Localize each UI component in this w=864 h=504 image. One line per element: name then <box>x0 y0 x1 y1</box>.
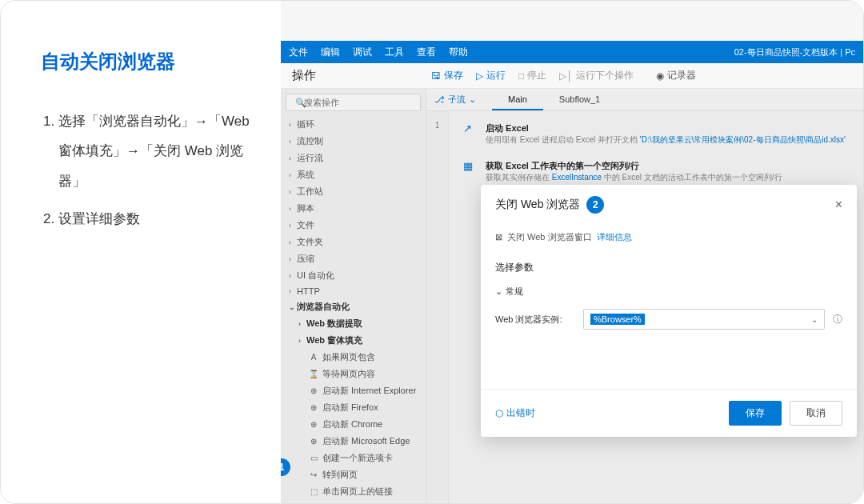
run-next-button[interactable]: ▷│运行下个操作 <box>553 69 640 82</box>
stop-icon: □ <box>518 70 524 82</box>
menu-view[interactable]: 查看 <box>417 46 436 59</box>
browser-instance-dropdown[interactable]: %Browser% ⌄ <box>583 309 825 330</box>
cancel-button[interactable]: 取消 <box>790 401 842 426</box>
save-icon: 🖫 <box>431 70 441 82</box>
instruction-steps: 选择「浏览器自动化」→「Web 窗体填充」→「关闭 Web 浏览器」 设置详细参… <box>41 106 257 234</box>
info-icon[interactable]: ⓘ <box>833 313 842 326</box>
dropdown-value: %Browser% <box>590 314 645 325</box>
dialog-title: 关闭 Web 浏览器 <box>495 198 580 212</box>
flow-center: ⎇子流 ⌄ Main Subflow_1 1 ↗ 启动 Excel <box>426 89 863 503</box>
close-browser-dialog: 关闭 Web 浏览器 2 × ⊠ 关闭 Web 浏览器窗口 详细信息 选择参数 … <box>481 185 857 437</box>
save-button[interactable]: 🖫保存 <box>425 69 470 82</box>
menu-debug[interactable]: 调试 <box>353 46 372 59</box>
dialog-info-text: 关闭 Web 浏览器窗口 <box>507 231 592 243</box>
app-screenshot: 文件 编辑 调试 工具 查看 帮助 02-每日商品快照-文档版本 | Pc 操作… <box>281 1 863 503</box>
collapse-general[interactable]: ⌄常规 <box>495 286 842 298</box>
menu-file[interactable]: 文件 <box>289 46 308 59</box>
chevron-down-icon: ⌄ <box>811 315 818 324</box>
document-title: 02-每日商品快照-文档版本 | Pc <box>734 46 855 58</box>
instruction-panel: 自动关闭浏览器 选择「浏览器自动化」→「Web 窗体填充」→「关闭 Web 浏览… <box>1 1 281 503</box>
toolbar: 操作 🖫保存 ▷运行 □停止 ▷│运行下个操作 ◉记录器 <box>281 63 863 89</box>
section-label: 操作 <box>281 68 425 83</box>
save-button[interactable]: 保存 <box>729 401 782 426</box>
dialog-section-title: 选择参数 <box>495 261 842 274</box>
on-error-link[interactable]: ⬡出错时 <box>495 406 535 420</box>
close-window-icon: ⊠ <box>495 232 502 242</box>
page-title: 自动关闭浏览器 <box>41 49 257 74</box>
stop-button[interactable]: □停止 <box>512 69 553 82</box>
step-2: 设置详细参数 <box>58 204 257 234</box>
menu-help[interactable]: 帮助 <box>449 46 468 59</box>
menubar: 文件 编辑 调试 工具 查看 帮助 02-每日商品快照-文档版本 | Pc <box>281 41 863 63</box>
recorder-button[interactable]: ◉记录器 <box>650 69 702 82</box>
shield-icon: ⬡ <box>495 408 503 419</box>
menu-tools[interactable]: 工具 <box>385 46 404 59</box>
step-icon: ▷│ <box>559 70 573 82</box>
step-badge-2: 2 <box>586 196 604 214</box>
step-1: 选择「浏览器自动化」→「Web 窗体填充」→「关闭 Web 浏览器」 <box>58 106 257 196</box>
run-button[interactable]: ▷运行 <box>470 69 512 82</box>
chevron-down-icon: ⌄ <box>495 286 502 297</box>
details-link[interactable]: 详细信息 <box>597 231 632 243</box>
menu-edit[interactable]: 编辑 <box>321 46 340 59</box>
play-icon: ▷ <box>476 70 483 82</box>
record-icon: ◉ <box>656 70 664 82</box>
browser-instance-label: Web 浏览器实例: <box>495 314 575 326</box>
close-icon[interactable]: × <box>835 198 842 212</box>
